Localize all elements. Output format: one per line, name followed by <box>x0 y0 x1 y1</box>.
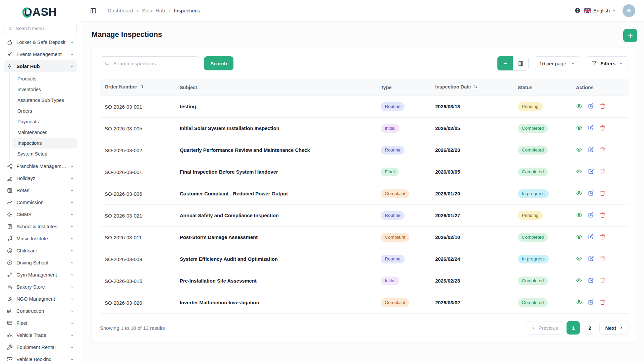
sidebar-item-solar-hub[interactable]: Solar Hub <box>4 60 77 72</box>
delete-button[interactable] <box>599 255 606 262</box>
table-body: SO-2026-03-001testingRoutine2026/03/13Pe… <box>100 96 629 314</box>
edit-button[interactable] <box>588 168 594 175</box>
view-button[interactable] <box>576 277 582 284</box>
delete-button[interactable] <box>599 277 606 284</box>
sidebar-item-vehicle-trade[interactable]: Vehicle Trade <box>4 329 77 341</box>
edit-button[interactable] <box>588 146 594 153</box>
chevron-down-icon <box>70 176 74 180</box>
delete-button[interactable] <box>599 103 606 109</box>
sidebar-subitem-system-setup[interactable]: System Setup <box>12 148 77 159</box>
sidebar-item-childcare[interactable]: Childcare <box>4 245 77 257</box>
sort-icon[interactable] <box>473 84 478 90</box>
inspections-search-input[interactable] <box>113 60 195 67</box>
edit-button[interactable] <box>588 277 594 284</box>
view-button[interactable] <box>576 125 582 131</box>
sidebar-item-locker-safe-deposit[interactable]: Locker & Safe Deposit <box>4 36 77 48</box>
order-number-cell: SO-2026-03-020 <box>100 292 175 314</box>
search-button[interactable]: Search <box>204 56 233 70</box>
sidebar-subitem-products[interactable]: Products <box>12 73 77 84</box>
chevron-down-icon <box>70 297 74 301</box>
filters-button[interactable]: Filters <box>586 56 629 70</box>
column-header-inspection-date[interactable]: Inspection Date <box>431 79 513 96</box>
sidebar-search-input[interactable] <box>15 25 73 32</box>
view-button[interactable] <box>576 234 582 240</box>
inspections-search[interactable] <box>100 56 199 70</box>
sidebar-item-gym-management[interactable]: Gym Management <box>4 269 77 281</box>
sidebar-item-construction[interactable]: Construction <box>4 305 77 317</box>
handheart-icon <box>7 296 13 302</box>
delete-button[interactable] <box>599 190 606 196</box>
sidebar-item-driving-school[interactable]: Driving School <box>4 257 77 269</box>
sidebar-item-fleet[interactable]: Fleet <box>4 317 77 329</box>
delete-button[interactable] <box>599 299 606 305</box>
edit-button[interactable] <box>588 190 594 196</box>
sidebar-subitem-assurance-sub-types[interactable]: Assurance Sub Types <box>12 95 77 106</box>
page-numbers: 12 <box>567 321 596 335</box>
sidebar-subitem-maintenances[interactable]: Maintenances <box>12 127 77 138</box>
avatar[interactable] <box>623 4 635 17</box>
table-header: Order NumberSubjectTypeInspection DateSt… <box>100 79 629 96</box>
sidebar-item-cmms[interactable]: CMMS <box>4 208 77 221</box>
sidebar-item-bakery-store[interactable]: Bakery Store <box>4 281 77 293</box>
sidebar-item-events-management[interactable]: Events Management <box>4 48 77 60</box>
edit-button[interactable] <box>588 255 594 262</box>
sidebar-item-school-institutes[interactable]: School & Institutes <box>4 221 77 233</box>
delete-button[interactable] <box>599 168 606 175</box>
page-button-1[interactable]: 1 <box>567 321 580 335</box>
globe-icon[interactable] <box>574 7 581 14</box>
edit-button[interactable] <box>588 212 594 218</box>
add-inspection-button[interactable] <box>623 29 637 42</box>
view-button[interactable] <box>576 212 582 218</box>
sort-icon[interactable] <box>140 84 145 90</box>
trash-icon <box>599 234 606 240</box>
grid-view-button[interactable] <box>513 56 528 70</box>
view-button[interactable] <box>576 168 582 175</box>
list-view-button[interactable] <box>497 56 513 70</box>
breadcrumb-dashboard[interactable]: Dashboard <box>108 8 133 14</box>
delete-button[interactable] <box>599 212 606 218</box>
status-badge: Completed <box>518 146 548 155</box>
smiley-icon <box>7 248 13 254</box>
delete-button[interactable] <box>599 146 606 153</box>
sidebar-item-vehicle-booking[interactable]: Vehicle Booking <box>4 353 77 361</box>
circledot-icon <box>7 260 13 266</box>
type-cell: Final <box>376 161 430 183</box>
next-page-button[interactable]: Next <box>599 321 629 335</box>
breadcrumb-solar-hub[interactable]: Solar Hub <box>142 8 165 14</box>
delete-button[interactable] <box>599 234 606 240</box>
chevron-down-icon <box>70 40 74 44</box>
edit-button[interactable] <box>588 234 594 240</box>
chevron-down-icon <box>619 61 623 66</box>
language-selector[interactable]: English <box>584 8 616 13</box>
column-header-order-number[interactable]: Order Number <box>100 79 175 96</box>
page-button-2[interactable]: 2 <box>583 321 596 335</box>
edit-button[interactable] <box>588 125 594 131</box>
actions-cell <box>571 248 629 270</box>
view-button[interactable] <box>576 255 582 262</box>
view-button[interactable] <box>576 190 582 196</box>
view-button[interactable] <box>576 146 582 153</box>
sidebar-search[interactable] <box>4 23 77 34</box>
sidebar-item-rotas[interactable]: Rotas <box>4 184 77 196</box>
edit-button[interactable] <box>588 299 594 305</box>
edit-button[interactable] <box>588 103 594 109</box>
sidebar-item-commission[interactable]: Commission <box>4 196 77 208</box>
per-page-select[interactable]: 10 per page <box>534 56 580 70</box>
bolt-icon <box>7 63 13 69</box>
sidebar-toggle-button[interactable] <box>90 7 97 14</box>
sidebar-item-franchise-management[interactable]: Franchise Management <box>4 160 77 172</box>
sidebar-item-music-institute[interactable]: Music Institute <box>4 233 77 245</box>
sidebar-subitem-inventories[interactable]: Inventories <box>12 84 77 95</box>
previous-page-button[interactable]: Previous <box>526 321 564 335</box>
sidebar-subitem-orders[interactable]: Orders <box>12 106 77 116</box>
sidebar-subitem-payments[interactable]: Payments <box>12 116 77 127</box>
view-button[interactable] <box>576 103 582 109</box>
view-button[interactable] <box>576 299 582 305</box>
sidebar-item-ngo-managment[interactable]: NGO Managment <box>4 293 77 305</box>
sidebar-item-equipment-rental[interactable]: Equipment Rental <box>4 341 77 353</box>
table-footer: Showing 1 to 10 of 13 results Previous 1… <box>100 321 629 335</box>
delete-button[interactable] <box>599 125 606 131</box>
sidebar-item-holidayz[interactable]: Holidayz <box>4 172 77 184</box>
sidebar-subitem-inspections[interactable]: Inspections <box>12 138 77 148</box>
panel-left-icon <box>90 7 97 14</box>
